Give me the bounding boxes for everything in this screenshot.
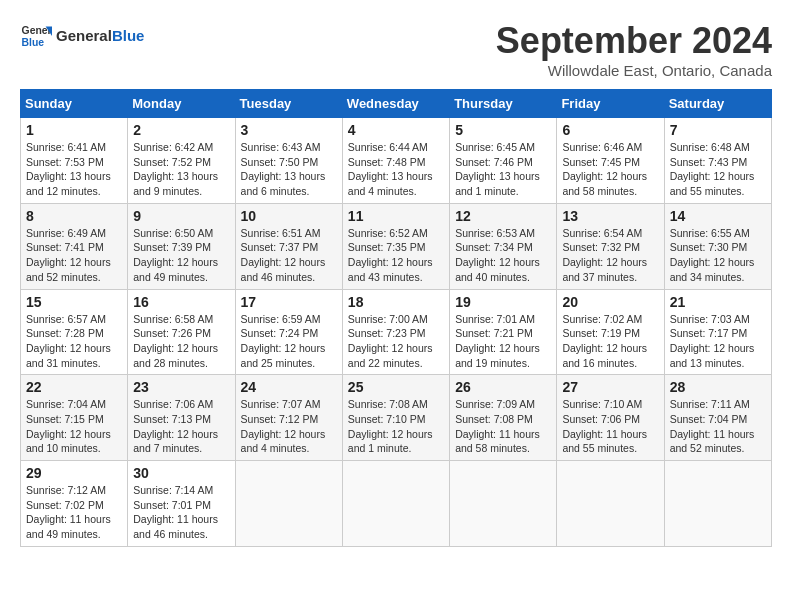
- day-detail: Sunrise: 7:01 AM Sunset: 7:21 PM Dayligh…: [455, 312, 551, 371]
- day-detail: Sunrise: 7:00 AM Sunset: 7:23 PM Dayligh…: [348, 312, 444, 371]
- day-detail: Sunrise: 7:10 AM Sunset: 7:06 PM Dayligh…: [562, 397, 658, 456]
- day-number: 9: [133, 208, 229, 224]
- day-detail: Sunrise: 7:14 AM Sunset: 7:01 PM Dayligh…: [133, 483, 229, 542]
- calendar-day-cell: 27 Sunrise: 7:10 AM Sunset: 7:06 PM Dayl…: [557, 375, 664, 461]
- day-number: 26: [455, 379, 551, 395]
- day-detail: Sunrise: 6:50 AM Sunset: 7:39 PM Dayligh…: [133, 226, 229, 285]
- calendar-day-cell: 7 Sunrise: 6:48 AM Sunset: 7:43 PM Dayli…: [664, 118, 771, 204]
- calendar-week-row: 29 Sunrise: 7:12 AM Sunset: 7:02 PM Dayl…: [21, 461, 772, 547]
- day-detail: Sunrise: 7:02 AM Sunset: 7:19 PM Dayligh…: [562, 312, 658, 371]
- day-detail: Sunrise: 6:54 AM Sunset: 7:32 PM Dayligh…: [562, 226, 658, 285]
- empty-day-cell: [557, 461, 664, 547]
- header-wednesday: Wednesday: [342, 90, 449, 118]
- day-number: 28: [670, 379, 766, 395]
- day-number: 5: [455, 122, 551, 138]
- day-number: 22: [26, 379, 122, 395]
- calendar-day-cell: 16 Sunrise: 6:58 AM Sunset: 7:26 PM Dayl…: [128, 289, 235, 375]
- day-number: 20: [562, 294, 658, 310]
- day-number: 4: [348, 122, 444, 138]
- day-number: 2: [133, 122, 229, 138]
- empty-day-cell: [664, 461, 771, 547]
- day-number: 1: [26, 122, 122, 138]
- calendar-day-cell: 24 Sunrise: 7:07 AM Sunset: 7:12 PM Dayl…: [235, 375, 342, 461]
- day-detail: Sunrise: 7:07 AM Sunset: 7:12 PM Dayligh…: [241, 397, 337, 456]
- day-number: 21: [670, 294, 766, 310]
- page-header: General Blue GeneralBlue September 2024 …: [20, 20, 772, 79]
- day-detail: Sunrise: 6:53 AM Sunset: 7:34 PM Dayligh…: [455, 226, 551, 285]
- calendar-week-row: 22 Sunrise: 7:04 AM Sunset: 7:15 PM Dayl…: [21, 375, 772, 461]
- day-number: 27: [562, 379, 658, 395]
- day-number: 16: [133, 294, 229, 310]
- location-subtitle: Willowdale East, Ontario, Canada: [496, 62, 772, 79]
- empty-day-cell: [235, 461, 342, 547]
- calendar-day-cell: 8 Sunrise: 6:49 AM Sunset: 7:41 PM Dayli…: [21, 203, 128, 289]
- calendar-day-cell: 21 Sunrise: 7:03 AM Sunset: 7:17 PM Dayl…: [664, 289, 771, 375]
- day-number: 12: [455, 208, 551, 224]
- empty-day-cell: [342, 461, 449, 547]
- day-number: 14: [670, 208, 766, 224]
- calendar-day-cell: 11 Sunrise: 6:52 AM Sunset: 7:35 PM Dayl…: [342, 203, 449, 289]
- day-detail: Sunrise: 6:58 AM Sunset: 7:26 PM Dayligh…: [133, 312, 229, 371]
- day-detail: Sunrise: 7:12 AM Sunset: 7:02 PM Dayligh…: [26, 483, 122, 542]
- calendar-week-row: 8 Sunrise: 6:49 AM Sunset: 7:41 PM Dayli…: [21, 203, 772, 289]
- day-detail: Sunrise: 7:08 AM Sunset: 7:10 PM Dayligh…: [348, 397, 444, 456]
- day-detail: Sunrise: 6:55 AM Sunset: 7:30 PM Dayligh…: [670, 226, 766, 285]
- calendar-day-cell: 6 Sunrise: 6:46 AM Sunset: 7:45 PM Dayli…: [557, 118, 664, 204]
- calendar-week-row: 15 Sunrise: 6:57 AM Sunset: 7:28 PM Dayl…: [21, 289, 772, 375]
- day-detail: Sunrise: 6:43 AM Sunset: 7:50 PM Dayligh…: [241, 140, 337, 199]
- calendar-day-cell: 18 Sunrise: 7:00 AM Sunset: 7:23 PM Dayl…: [342, 289, 449, 375]
- calendar-header-row: SundayMondayTuesdayWednesdayThursdayFrid…: [21, 90, 772, 118]
- calendar-day-cell: 25 Sunrise: 7:08 AM Sunset: 7:10 PM Dayl…: [342, 375, 449, 461]
- day-number: 18: [348, 294, 444, 310]
- calendar-day-cell: 9 Sunrise: 6:50 AM Sunset: 7:39 PM Dayli…: [128, 203, 235, 289]
- day-number: 24: [241, 379, 337, 395]
- calendar-day-cell: 17 Sunrise: 6:59 AM Sunset: 7:24 PM Dayl…: [235, 289, 342, 375]
- day-detail: Sunrise: 6:51 AM Sunset: 7:37 PM Dayligh…: [241, 226, 337, 285]
- day-detail: Sunrise: 6:41 AM Sunset: 7:53 PM Dayligh…: [26, 140, 122, 199]
- day-number: 29: [26, 465, 122, 481]
- day-number: 30: [133, 465, 229, 481]
- svg-text:Blue: Blue: [22, 37, 45, 48]
- month-title: September 2024: [496, 20, 772, 62]
- day-detail: Sunrise: 6:49 AM Sunset: 7:41 PM Dayligh…: [26, 226, 122, 285]
- calendar-day-cell: 23 Sunrise: 7:06 AM Sunset: 7:13 PM Dayl…: [128, 375, 235, 461]
- day-detail: Sunrise: 7:03 AM Sunset: 7:17 PM Dayligh…: [670, 312, 766, 371]
- day-number: 23: [133, 379, 229, 395]
- calendar-day-cell: 20 Sunrise: 7:02 AM Sunset: 7:19 PM Dayl…: [557, 289, 664, 375]
- calendar-day-cell: 2 Sunrise: 6:42 AM Sunset: 7:52 PM Dayli…: [128, 118, 235, 204]
- calendar-day-cell: 4 Sunrise: 6:44 AM Sunset: 7:48 PM Dayli…: [342, 118, 449, 204]
- calendar-day-cell: 3 Sunrise: 6:43 AM Sunset: 7:50 PM Dayli…: [235, 118, 342, 204]
- logo-text: GeneralBlue: [56, 28, 144, 45]
- calendar-week-row: 1 Sunrise: 6:41 AM Sunset: 7:53 PM Dayli…: [21, 118, 772, 204]
- day-number: 3: [241, 122, 337, 138]
- calendar-table: SundayMondayTuesdayWednesdayThursdayFrid…: [20, 89, 772, 547]
- calendar-day-cell: 1 Sunrise: 6:41 AM Sunset: 7:53 PM Dayli…: [21, 118, 128, 204]
- title-block: September 2024 Willowdale East, Ontario,…: [496, 20, 772, 79]
- calendar-day-cell: 5 Sunrise: 6:45 AM Sunset: 7:46 PM Dayli…: [450, 118, 557, 204]
- calendar-day-cell: 19 Sunrise: 7:01 AM Sunset: 7:21 PM Dayl…: [450, 289, 557, 375]
- header-tuesday: Tuesday: [235, 90, 342, 118]
- logo: General Blue GeneralBlue: [20, 20, 144, 52]
- calendar-day-cell: 13 Sunrise: 6:54 AM Sunset: 7:32 PM Dayl…: [557, 203, 664, 289]
- calendar-day-cell: 30 Sunrise: 7:14 AM Sunset: 7:01 PM Dayl…: [128, 461, 235, 547]
- calendar-day-cell: 15 Sunrise: 6:57 AM Sunset: 7:28 PM Dayl…: [21, 289, 128, 375]
- day-number: 13: [562, 208, 658, 224]
- header-saturday: Saturday: [664, 90, 771, 118]
- calendar-day-cell: 22 Sunrise: 7:04 AM Sunset: 7:15 PM Dayl…: [21, 375, 128, 461]
- day-number: 6: [562, 122, 658, 138]
- day-number: 11: [348, 208, 444, 224]
- calendar-day-cell: 29 Sunrise: 7:12 AM Sunset: 7:02 PM Dayl…: [21, 461, 128, 547]
- day-detail: Sunrise: 7:09 AM Sunset: 7:08 PM Dayligh…: [455, 397, 551, 456]
- calendar-day-cell: 12 Sunrise: 6:53 AM Sunset: 7:34 PM Dayl…: [450, 203, 557, 289]
- day-detail: Sunrise: 7:11 AM Sunset: 7:04 PM Dayligh…: [670, 397, 766, 456]
- empty-day-cell: [450, 461, 557, 547]
- day-detail: Sunrise: 6:44 AM Sunset: 7:48 PM Dayligh…: [348, 140, 444, 199]
- day-detail: Sunrise: 6:45 AM Sunset: 7:46 PM Dayligh…: [455, 140, 551, 199]
- day-detail: Sunrise: 6:57 AM Sunset: 7:28 PM Dayligh…: [26, 312, 122, 371]
- day-number: 8: [26, 208, 122, 224]
- day-number: 15: [26, 294, 122, 310]
- day-number: 19: [455, 294, 551, 310]
- header-thursday: Thursday: [450, 90, 557, 118]
- day-number: 10: [241, 208, 337, 224]
- day-detail: Sunrise: 6:42 AM Sunset: 7:52 PM Dayligh…: [133, 140, 229, 199]
